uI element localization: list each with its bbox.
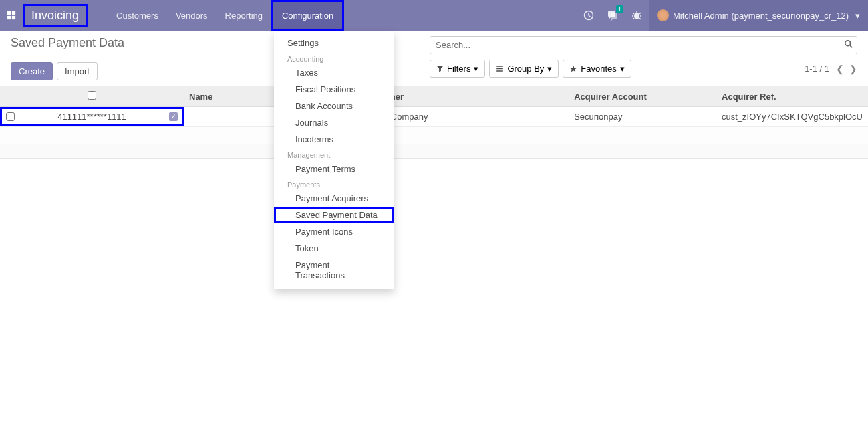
user-avatar (657, 9, 669, 21)
table-header-row: Name Active Partner Acquirer Account Acq… (0, 86, 868, 107)
app-brand[interactable]: Invoicing (23, 4, 88, 27)
page-title: Saved Payment Data (11, 36, 124, 50)
caret-down-icon: ▾ (620, 64, 625, 74)
caret-down-icon: ▾ (547, 64, 552, 74)
svg-rect-1 (12, 11, 15, 15)
nav-reporting[interactable]: Reporting (216, 0, 271, 31)
col-acq-account[interactable]: Acquirer Account (569, 86, 716, 107)
cp-buttons: Create Import (11, 62, 124, 80)
search-input[interactable] (430, 36, 857, 54)
table-row[interactable]: 411111******1111 YourCompany Securionpay… (0, 107, 868, 127)
nav-vendors[interactable]: Vendors (167, 0, 216, 31)
table-footer-row (0, 127, 868, 144)
navbar-left: Invoicing Customers Vendors Reporting Co… (0, 0, 344, 31)
favorites-label: Favorites (581, 64, 616, 74)
control-panel-left: Saved Payment Data Create Import (11, 36, 124, 80)
pager-arrows: ❮ ❯ (836, 64, 857, 74)
control-panel-right: Filters ▾ Group By ▾ Favorites ▾ 1-1 / 1… (430, 36, 857, 78)
cell-partner: YourCompany (368, 107, 569, 127)
data-table: Name Active Partner Acquirer Account Acq… (0, 86, 868, 159)
create-button[interactable]: Create (11, 62, 53, 80)
control-panel: Saved Payment Data Create Import Filters… (0, 31, 868, 80)
search-wrap (430, 36, 857, 54)
apps-icon[interactable] (0, 0, 23, 31)
dd-bank-accounts[interactable]: Bank Accounts (274, 98, 394, 114)
dd-fiscal-positions[interactable]: Fiscal Positions (274, 81, 394, 98)
dd-taxes[interactable]: Taxes (274, 64, 394, 81)
select-all-checkbox[interactable] (88, 91, 96, 100)
import-button[interactable]: Import (57, 62, 98, 80)
list-icon (496, 65, 504, 72)
cp-row2: Filters ▾ Group By ▾ Favorites ▾ 1-1 / 1… (430, 60, 857, 78)
dd-incoterms[interactable]: Incoterms (274, 131, 394, 148)
col-acq-ref[interactable]: Acquirer Ref. (716, 86, 868, 107)
navbar-right: 1 Mitchell Admin (payment_securionpay_cr… (577, 0, 868, 31)
groupby-button[interactable]: Group By ▾ (489, 60, 559, 78)
cell-acq-account: Securionpay (569, 107, 716, 127)
favorites-button[interactable]: Favorites ▾ (563, 60, 631, 78)
filter-group: Filters ▾ Group By ▾ Favorites ▾ (430, 60, 631, 78)
groupby-label: Group By (507, 64, 544, 74)
caret-down-icon: ▾ (474, 64, 478, 74)
debug-icon[interactable] (625, 0, 649, 31)
activity-icon[interactable] (577, 0, 601, 31)
user-menu[interactable]: Mitchell Admin (payment_securionpay_cr_1… (649, 0, 868, 31)
active-check-icon (169, 112, 178, 121)
filters-label: Filters (447, 64, 470, 74)
pager-text: 1-1 / 1 (805, 64, 829, 74)
configuration-dropdown: Settings Accounting Taxes Fiscal Positio… (274, 31, 394, 159)
discuss-icon[interactable]: 1 (601, 0, 625, 31)
nav-links: Customers Vendors Reporting Configuratio… (108, 0, 344, 31)
filters-button[interactable]: Filters ▾ (430, 60, 485, 78)
pager: 1-1 / 1 ❮ ❯ (805, 64, 857, 74)
dd-journals[interactable]: Journals (274, 114, 394, 131)
table-wrap: Name Active Partner Acquirer Account Acq… (0, 86, 868, 159)
svg-rect-0 (7, 11, 11, 15)
caret-down-icon: ▾ (855, 11, 860, 21)
col-partner[interactable]: Partner (368, 86, 569, 107)
svg-point-5 (634, 13, 639, 19)
search-icon[interactable] (844, 39, 853, 51)
dd-section-accounting: Accounting (274, 51, 394, 64)
discuss-badge: 1 (616, 5, 623, 13)
cell-acq-ref: cust_zIOYy7CIxSKTQVgC5bkplOcU (716, 107, 868, 127)
cell-name: 411111******1111 (24, 112, 160, 122)
svg-point-6 (845, 41, 851, 46)
pager-prev[interactable]: ❮ (836, 64, 844, 74)
user-label: Mitchell Admin (payment_securionpay_cr_1… (673, 11, 849, 21)
dd-section-management: Management (274, 148, 394, 159)
star-icon (569, 65, 577, 73)
nav-configuration[interactable]: Configuration (271, 0, 344, 31)
table-footer-row (0, 144, 868, 159)
nav-customers[interactable]: Customers (108, 0, 167, 31)
funnel-icon (436, 65, 444, 72)
dd-settings[interactable]: Settings (274, 35, 394, 51)
top-navbar: Invoicing Customers Vendors Reporting Co… (0, 0, 868, 31)
svg-rect-2 (7, 16, 11, 19)
pager-next[interactable]: ❯ (849, 64, 857, 74)
row-checkbox[interactable] (6, 112, 15, 121)
svg-rect-3 (12, 16, 15, 19)
